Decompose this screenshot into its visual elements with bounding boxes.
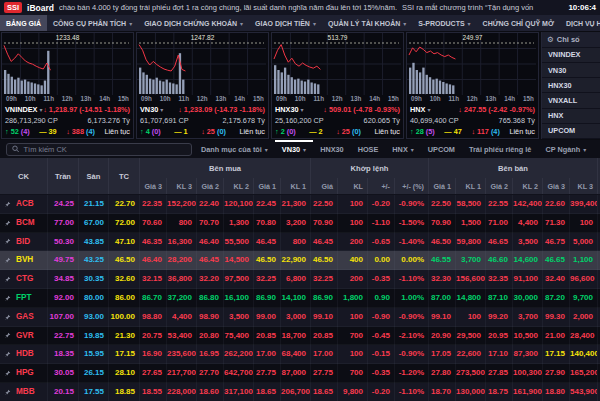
- pin-cell[interactable]: [0, 195, 14, 214]
- nav-item-6[interactable]: S-PRODUCTS▾: [412, 15, 476, 31]
- pin-cell[interactable]: [0, 214, 14, 233]
- data-cell[interactable]: -1.40%: [395, 233, 429, 252]
- tab-hnx30[interactable]: HNX30: [313, 140, 351, 158]
- data-cell[interactable]: -0.90%: [395, 195, 429, 214]
- data-cell[interactable]: 1,300: [224, 214, 254, 233]
- data-cell[interactable]: 206,700: [281, 383, 311, 401]
- data-cell[interactable]: -0.15: [368, 345, 395, 364]
- ticker-symbol[interactable]: BCM: [14, 214, 48, 233]
- data-cell[interactable]: 27.80: [429, 364, 456, 383]
- data-cell[interactable]: 99.10: [429, 308, 456, 327]
- search-input[interactable]: [23, 145, 186, 154]
- data-cell[interactable]: 14,100: [281, 289, 311, 308]
- table-row-BVH[interactable]: BVH49.7543.2546.5046.4028,20046.4514,500…: [0, 251, 600, 270]
- data-cell[interactable]: 14,600: [513, 251, 543, 270]
- data-cell[interactable]: 46.65: [486, 233, 513, 252]
- tab-trái-phiếu-riêng-lẻ[interactable]: Trái phiếu riêng lẻ: [462, 140, 538, 158]
- table-row-GAS[interactable]: GAS107.0093.00100.0098.804,40098.903,500…: [0, 308, 600, 327]
- data-cell[interactable]: -1.10%: [395, 383, 429, 401]
- pin-icon[interactable]: [4, 314, 11, 321]
- data-cell[interactable]: 22.35: [140, 195, 167, 214]
- data-cell[interactable]: -0.20: [368, 383, 395, 401]
- data-cell[interactable]: 99.10: [311, 308, 338, 327]
- nav-item-3[interactable]: GIAO DỊCH CHỨNG KHOÁN▾: [138, 15, 249, 31]
- ticker-symbol[interactable]: FPT: [14, 289, 48, 308]
- data-cell[interactable]: 46.55: [429, 251, 456, 270]
- data-cell[interactable]: -1.20%: [395, 364, 429, 383]
- data-cell[interactable]: 5,000: [570, 233, 598, 252]
- tab-hnx[interactable]: HNX▾: [385, 140, 420, 158]
- data-cell[interactable]: 800: [167, 214, 197, 233]
- data-cell[interactable]: 32.25: [311, 270, 338, 289]
- data-cell[interactable]: 87.20: [543, 289, 570, 308]
- data-cell[interactable]: 10,500: [513, 327, 543, 346]
- data-cell[interactable]: 14,500: [224, 251, 254, 270]
- pin-cell[interactable]: [0, 251, 14, 270]
- pin-icon[interactable]: [4, 220, 11, 227]
- data-cell[interactable]: -0.90%: [395, 345, 429, 364]
- data-cell[interactable]: 96,600: [570, 270, 598, 289]
- pin-cell[interactable]: [0, 233, 14, 252]
- data-cell[interactable]: 75,400: [224, 327, 254, 346]
- pin-cell[interactable]: [0, 345, 14, 364]
- data-cell[interactable]: 217,700: [167, 364, 197, 383]
- gear-icon[interactable]: ⚙: [547, 35, 554, 44]
- index-name-dropdown[interactable]: VNINDEX ▾: [5, 104, 42, 115]
- data-cell[interactable]: 1,500: [456, 214, 486, 233]
- data-cell[interactable]: 20.85: [254, 327, 281, 346]
- data-cell[interactable]: 71.00: [486, 214, 513, 233]
- data-cell[interactable]: 100: [338, 214, 368, 233]
- data-cell[interactable]: 27.70: [197, 364, 224, 383]
- data-cell[interactable]: 22,900: [281, 251, 311, 270]
- data-cell[interactable]: 18.70: [429, 383, 456, 401]
- data-cell[interactable]: 317,100: [224, 383, 254, 401]
- data-cell[interactable]: 700: [338, 364, 368, 383]
- data-cell[interactable]: 98.80: [140, 308, 167, 327]
- tab-thỏa-thuận[interactable]: Thỏa thuận▾: [593, 140, 600, 158]
- data-cell[interactable]: 46.50: [429, 233, 456, 252]
- data-cell[interactable]: -0.45: [368, 327, 395, 346]
- data-cell[interactable]: 17.00: [311, 345, 338, 364]
- data-cell[interactable]: 87,000: [281, 364, 311, 383]
- data-cell[interactable]: 99.20: [486, 308, 513, 327]
- data-cell[interactable]: 22.50: [429, 195, 456, 214]
- data-cell[interactable]: 228,000: [167, 383, 197, 401]
- data-cell[interactable]: 0.00: [368, 251, 395, 270]
- search-box[interactable]: [6, 143, 192, 156]
- data-cell[interactable]: 20.90: [429, 327, 456, 346]
- data-cell[interactable]: 27.90: [543, 364, 570, 383]
- data-cell[interactable]: 4,400: [513, 214, 543, 233]
- data-cell[interactable]: 86.80: [197, 289, 224, 308]
- data-cell[interactable]: 20.85: [311, 327, 338, 346]
- data-cell[interactable]: 399,400: [570, 195, 598, 214]
- table-row-GVR[interactable]: GVR22.7519.8521.3020.7553,40020.8075,400…: [0, 327, 600, 346]
- data-cell[interactable]: 100,300: [513, 364, 543, 383]
- nav-item-4[interactable]: GIAO DỊCH TIỀN▾: [249, 15, 322, 31]
- pin-icon[interactable]: [4, 238, 11, 245]
- pin-cell[interactable]: [0, 383, 14, 401]
- data-cell[interactable]: 800: [281, 233, 311, 252]
- index-name-dropdown[interactable]: HNX30 ▾: [275, 104, 304, 115]
- data-cell[interactable]: 21.00: [543, 327, 570, 346]
- pin-cell[interactable]: [0, 327, 14, 346]
- pin-cell[interactable]: [0, 270, 14, 289]
- sidebar-item-vn30[interactable]: VN30: [542, 63, 600, 78]
- pin-icon[interactable]: [4, 201, 11, 208]
- tab-danh-mục-của-tôi[interactable]: Danh mục của tôi▾: [194, 140, 275, 158]
- data-cell[interactable]: -0.90%: [395, 308, 429, 327]
- data-cell[interactable]: 86.90: [311, 289, 338, 308]
- data-cell[interactable]: 99.30: [543, 308, 570, 327]
- data-cell[interactable]: 2,000: [570, 308, 598, 327]
- data-cell[interactable]: 86.70: [140, 289, 167, 308]
- data-cell[interactable]: 46.35: [140, 233, 167, 252]
- pin-cell[interactable]: [0, 289, 14, 308]
- data-cell[interactable]: 98.90: [197, 308, 224, 327]
- data-cell[interactable]: 100: [338, 195, 368, 214]
- data-cell[interactable]: 71.30: [543, 214, 570, 233]
- data-cell[interactable]: 70.70: [197, 214, 224, 233]
- data-cell[interactable]: 59,800: [456, 233, 486, 252]
- ticker-symbol[interactable]: MBB: [14, 383, 48, 401]
- data-cell[interactable]: 543,900: [570, 383, 598, 401]
- data-cell[interactable]: 142,400: [513, 195, 543, 214]
- data-cell[interactable]: 161,900: [513, 383, 543, 401]
